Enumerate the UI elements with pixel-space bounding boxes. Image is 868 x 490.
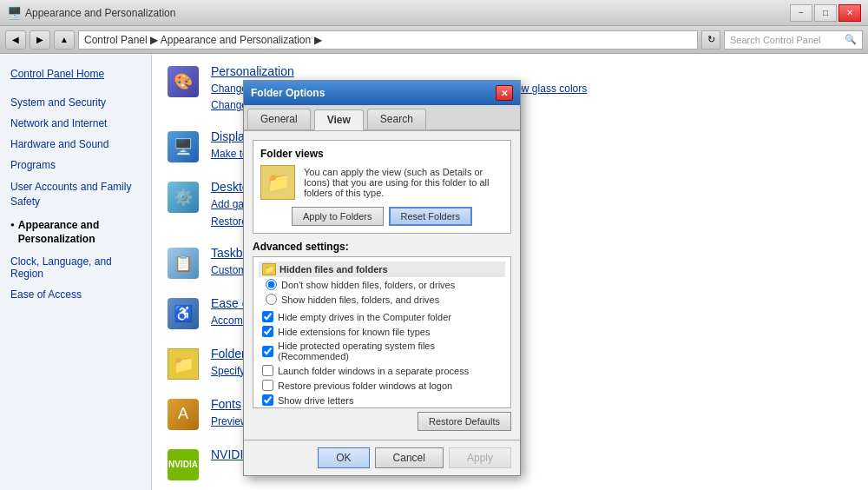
apply-to-folders-button[interactable]: Apply to Folders bbox=[292, 207, 383, 226]
hidden-files-folder-icon: 📁 bbox=[262, 263, 276, 275]
cancel-button[interactable]: Cancel bbox=[375, 447, 444, 468]
sidebar-item-network[interactable]: Network and Internet bbox=[0, 113, 151, 134]
dialog-title: Folder Options bbox=[251, 87, 325, 99]
checkbox-show-drive-letters-input[interactable] bbox=[262, 394, 273, 406]
minimize-button[interactable]: − bbox=[790, 4, 812, 22]
nvidia-icon: NVIDIA bbox=[166, 447, 201, 482]
tab-search[interactable]: Search bbox=[367, 109, 426, 129]
checkbox-launch-separate-input[interactable] bbox=[262, 365, 273, 376]
display-icon: 🖥️ bbox=[166, 129, 201, 164]
checkbox-launch-separate: Launch folder windows in a separate proc… bbox=[255, 363, 509, 378]
folder-views-box: Folder views 📁 You can apply the view (s… bbox=[253, 140, 511, 234]
checkbox-show-encrypted: Show encrypted or compressed NTFS files … bbox=[255, 407, 509, 408]
sidebar-item-hardware[interactable]: Hardware and Sound bbox=[0, 134, 151, 155]
address-bar: ◀ ▶ ▲ Control Panel ▶ Appearance and Per… bbox=[0, 26, 868, 54]
checkbox-restore-previous: Restore previous folder windows at logon bbox=[255, 378, 509, 393]
taskbar-icon: 📋 bbox=[166, 246, 201, 281]
window-title: Appearance and Personalization bbox=[25, 7, 175, 19]
sidebar: Control Panel Home System and Security N… bbox=[0, 54, 152, 490]
gadgets-icon: ⚙️ bbox=[166, 180, 201, 215]
title-bar-controls: − □ ✕ bbox=[790, 4, 861, 22]
radio-dont-show: Don't show hidden files, folders, or dri… bbox=[259, 277, 505, 292]
hidden-files-group: 📁 Hidden files and folders Don't show hi… bbox=[255, 259, 509, 309]
search-box[interactable]: Search Control Panel 🔍 bbox=[724, 30, 863, 50]
sidebar-item-clock[interactable]: Clock, Language, and Region bbox=[0, 251, 151, 284]
up-button[interactable]: ▲ bbox=[54, 30, 75, 50]
ease-icon: ♿ bbox=[166, 296, 201, 331]
restore-defaults-area: Restore Defaults bbox=[253, 412, 511, 431]
ok-button[interactable]: OK bbox=[318, 447, 369, 468]
tab-view[interactable]: View bbox=[314, 109, 364, 130]
checkbox-restore-previous-input[interactable] bbox=[262, 380, 273, 391]
title-bar: 🖥️ Appearance and Personalization − □ ✕ bbox=[0, 0, 868, 26]
sidebar-home[interactable]: Control Panel Home bbox=[0, 63, 151, 85]
sidebar-item-programs[interactable]: Programs bbox=[0, 155, 151, 175]
checkbox-show-drive-letters: Show drive letters bbox=[255, 393, 509, 407]
settings-list-box[interactable]: 📁 Hidden files and folders Don't show hi… bbox=[253, 256, 511, 408]
sidebar-item-system-security[interactable]: System and Security bbox=[0, 92, 151, 113]
radio-show-hidden-input[interactable] bbox=[266, 294, 277, 305]
forward-button[interactable]: ▶ bbox=[30, 30, 50, 50]
dialog-tabs: General View Search bbox=[244, 105, 520, 131]
search-icon: 🔍 bbox=[845, 34, 857, 45]
sidebar-item-ease[interactable]: Ease of Access bbox=[0, 284, 151, 305]
close-button[interactable]: ✕ bbox=[838, 4, 861, 22]
sidebar-item-user-accounts[interactable]: User Accounts and Family Safety bbox=[0, 175, 151, 214]
folder-views-text: You can apply the view (such as Details … bbox=[304, 167, 503, 198]
tab-general[interactable]: General bbox=[247, 109, 311, 129]
app-icon: 🖥️ bbox=[7, 6, 22, 20]
folder-views-icon: 📁 bbox=[260, 165, 295, 200]
dialog-titlebar: Folder Options ✕ bbox=[244, 81, 520, 105]
checkbox-hide-protected: Hide protected operating system files (R… bbox=[255, 339, 509, 363]
back-button[interactable]: ◀ bbox=[5, 30, 26, 50]
restore-defaults-button[interactable]: Restore Defaults bbox=[418, 412, 511, 431]
radio-dont-show-input[interactable] bbox=[266, 279, 277, 290]
search-placeholder: Search Control Panel bbox=[730, 35, 821, 45]
checkbox-hide-extensions-input[interactable] bbox=[262, 326, 273, 337]
folder-views-content: 📁 You can apply the view (such as Detail… bbox=[260, 165, 503, 200]
dialog-footer: OK Cancel Apply bbox=[244, 440, 520, 475]
checkbox-hide-empty-drives: Hide empty drives in the Computer folder bbox=[255, 309, 509, 324]
dialog-body: Folder views 📁 You can apply the view (s… bbox=[244, 131, 520, 440]
radio-show-hidden: Show hidden files, folders, and drives bbox=[259, 292, 505, 307]
fonts-icon: A bbox=[166, 397, 201, 432]
checkbox-hide-extensions: Hide extensions for known file types bbox=[255, 324, 509, 339]
folder-icon: 📁 bbox=[166, 347, 201, 381]
checkbox-hide-protected-input[interactable] bbox=[262, 346, 273, 357]
title-bar-left: 🖥️ Appearance and Personalization bbox=[7, 6, 175, 20]
folder-views-title: Folder views bbox=[260, 148, 503, 160]
refresh-button[interactable]: ↻ bbox=[701, 30, 720, 50]
personalization-title[interactable]: Personalization bbox=[211, 64, 854, 78]
checkbox-hide-empty-drives-input[interactable] bbox=[262, 311, 273, 322]
personalization-icon: 🎨 bbox=[166, 64, 201, 99]
maximize-button[interactable]: □ bbox=[814, 4, 837, 22]
advanced-settings-label: Advanced settings: bbox=[253, 241, 511, 253]
hidden-files-header: 📁 Hidden files and folders bbox=[259, 262, 505, 277]
sidebar-item-appearance[interactable]: ● Appearance and Personalization bbox=[0, 214, 151, 252]
dialog-close-button[interactable]: ✕ bbox=[496, 85, 513, 101]
apply-button[interactable]: Apply bbox=[449, 447, 511, 468]
folder-views-buttons: Apply to Folders Reset Folders bbox=[260, 207, 503, 226]
reset-folders-button[interactable]: Reset Folders bbox=[389, 207, 472, 226]
address-path[interactable]: Control Panel ▶ Appearance and Personali… bbox=[78, 30, 698, 50]
folder-options-dialog: Folder Options ✕ General View Search Fol… bbox=[243, 80, 521, 476]
